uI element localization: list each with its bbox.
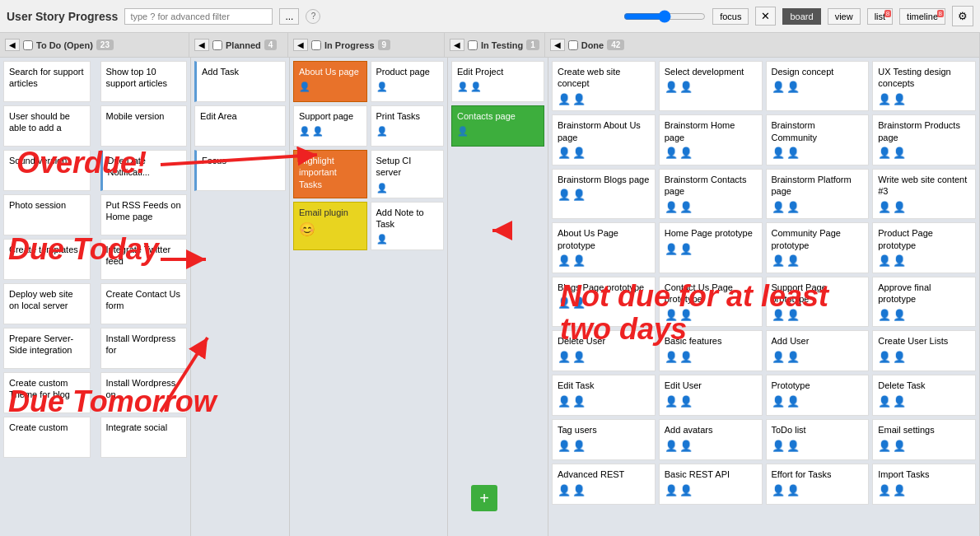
col-header-planned: ◀ Planned 4	[189, 33, 288, 57]
card-install-wp1[interactable]: Install Wordpress for	[100, 328, 188, 369]
done-card-27[interactable]: Delete Task👤👤	[872, 375, 976, 416]
card-integrate-social[interactable]: Integrate social	[100, 417, 188, 458]
done-card-11[interactable]: Write web site content #3👤👤	[872, 169, 976, 219]
card-rss-feeds[interactable]: Put RSS Feeds on Home page	[100, 194, 188, 235]
col-done-prev[interactable]: ◀	[550, 39, 565, 51]
card-create-templates[interactable]: Create templates	[3, 239, 91, 280]
card-create-custom[interactable]: Create custom	[3, 417, 91, 458]
done-card-34[interactable]: Effort for Tasks👤👤	[766, 464, 870, 505]
done-card-14[interactable]: Community Page prototype👤👤	[766, 222, 870, 273]
add-item-button[interactable]: +	[471, 485, 497, 511]
done-card-2[interactable]: Design concept👤👤	[766, 61, 870, 111]
col-header-inprogress: ◀ In Progress 9	[288, 33, 445, 57]
done-card-10[interactable]: Brainstorm Platform page👤👤	[766, 169, 870, 219]
done-card-26[interactable]: Prototype👤👤	[766, 375, 870, 416]
card-prepare-server[interactable]: Prepare Server-Side integration	[3, 328, 91, 369]
card-mobile-version[interactable]: Mobile version	[100, 105, 188, 147]
done-card-16[interactable]: Blogs Page prototype👤👤	[552, 277, 656, 327]
done-card-0[interactable]: Create web site concept👤👤	[552, 61, 656, 111]
card-product-page[interactable]: Product page 👤	[371, 61, 445, 102]
col-inprogress-label: In Progress	[324, 40, 375, 50]
done-card-15[interactable]: Product Page prototype👤👤	[872, 222, 976, 273]
col-todo-checkbox[interactable]	[23, 40, 33, 50]
card-support-page-prog[interactable]: Support page 👤👤	[293, 105, 367, 147]
card-edit-project[interactable]: Edit Project 👤👤	[451, 61, 544, 102]
card-sound-version[interactable]: Sound version	[3, 150, 91, 191]
col-planned-prev[interactable]: ◀	[194, 39, 209, 51]
done-card-6[interactable]: Brainstorm Community👤👤	[766, 114, 870, 165]
done-card-21[interactable]: Basic features👤👤	[659, 330, 763, 371]
done-card-25[interactable]: Edit User👤👤	[659, 375, 763, 416]
column-planned: Add Task Edit Area Focus	[191, 58, 290, 536]
done-card-22[interactable]: Add User👤👤	[766, 330, 870, 371]
card-edit-area[interactable]: Edit Area	[194, 105, 286, 147]
focus-button[interactable]: focus	[712, 8, 749, 25]
card-install-wp2[interactable]: Install Wordpress on	[100, 372, 188, 413]
done-card-30[interactable]: ToDo list👤👤	[766, 419, 870, 460]
col-inprogress-count: 9	[378, 40, 391, 50]
card-photo-session[interactable]: Photo session	[3, 194, 91, 235]
done-card-5[interactable]: Brainstorm Home page👤👤	[659, 114, 763, 165]
col-intesting-count: 1	[526, 40, 539, 50]
col-todo-prev[interactable]: ◀	[5, 39, 20, 51]
done-card-32[interactable]: Advanced REST👤👤	[552, 464, 656, 505]
card-custom-theme[interactable]: Create custom Theme for blog	[3, 372, 91, 413]
done-card-23[interactable]: Create User Lists👤👤	[872, 330, 976, 371]
col-intesting-label: In Testing	[481, 40, 523, 50]
done-card-33[interactable]: Basic REST API👤👤	[659, 464, 763, 505]
done-card-12[interactable]: About Us Page prototype👤👤	[552, 222, 656, 273]
col-inprogress-checkbox[interactable]	[311, 40, 321, 50]
done-card-3[interactable]: UX Testing design concepts👤👤	[872, 61, 976, 111]
done-card-18[interactable]: Support Page prototype👤👤	[766, 277, 870, 327]
col-intesting-prev[interactable]: ◀	[450, 39, 464, 51]
done-card-13[interactable]: Home Page prototype👤👤	[659, 222, 763, 273]
card-due-date[interactable]: Due Date Notificati...	[100, 150, 188, 191]
card-deploy-web[interactable]: Deploy web site on local server	[3, 283, 91, 324]
close-button[interactable]: ✕	[755, 7, 776, 26]
done-card-28[interactable]: Tag users👤👤	[552, 419, 656, 460]
done-card-7[interactable]: Brainstorm Products page👤👤	[872, 114, 976, 165]
filter-input[interactable]	[124, 8, 273, 25]
app-header: User Story Progress ... ? focus ✕ board …	[0, 0, 980, 33]
card-add-note[interactable]: Add Note to Task 👤	[371, 202, 445, 250]
card-search-support[interactable]: Search for support articles	[3, 61, 91, 102]
done-card-1[interactable]: Select development👤👤	[659, 61, 763, 111]
done-card-4[interactable]: Brainstorm About Us page👤👤	[552, 114, 656, 165]
card-show-top10[interactable]: Show top 10 support articles	[100, 61, 188, 102]
col-intesting-checkbox[interactable]	[468, 40, 478, 50]
done-card-9[interactable]: Brainstorm Contacts page👤👤	[659, 169, 763, 219]
card-highlight-tasks[interactable]: Highlight important Tasks	[293, 150, 367, 198]
filter-dots-button[interactable]: ...	[279, 8, 299, 25]
card-print-tasks[interactable]: Print Tasks 👤	[371, 105, 445, 147]
col-done-checkbox[interactable]	[568, 40, 578, 50]
board-button[interactable]: board	[782, 8, 820, 25]
view-button[interactable]: view	[828, 8, 861, 25]
done-card-8[interactable]: Brainstorm Blogs page👤👤	[552, 169, 656, 219]
card-twitter-feed[interactable]: Integrate Twitter feed	[100, 239, 188, 280]
done-card-29[interactable]: Add avatars👤👤	[659, 419, 763, 460]
done-card-19[interactable]: Approve final prototype👤👤	[872, 277, 976, 327]
filter-help-button[interactable]: ?	[306, 9, 320, 24]
card-setup-ci[interactable]: Setup CI server 👤	[371, 150, 445, 198]
col-header-intesting: ◀ In Testing 1	[445, 33, 545, 57]
done-card-31[interactable]: Email settings👤👤	[872, 419, 976, 460]
done-card-35[interactable]: Import Tasks👤👤	[872, 464, 976, 505]
col-planned-checkbox[interactable]	[212, 40, 222, 50]
done-card-20[interactable]: Delete User👤👤	[552, 330, 656, 371]
card-focus[interactable]: Focus	[194, 150, 286, 191]
zoom-slider[interactable]	[623, 10, 706, 23]
card-contact-form[interactable]: Create Contact Us form	[100, 283, 188, 324]
card-email-plugin[interactable]: Email plugin 😊	[293, 202, 367, 250]
col-inprogress-prev[interactable]: ◀	[293, 39, 308, 51]
card-contacts-page[interactable]: Contacts page 👤	[451, 105, 544, 147]
card-about-us[interactable]: About Us page 👤	[293, 61, 367, 102]
timeline-button[interactable]: timeline 8	[899, 8, 945, 25]
settings-button[interactable]: ⚙	[952, 6, 973, 26]
list-button[interactable]: list 8	[867, 8, 893, 25]
card-user-add[interactable]: User should be able to add a	[3, 105, 91, 147]
col-header-todo: ◀ To Do (Open) 23	[0, 33, 189, 57]
done-card-24[interactable]: Edit Task👤👤	[552, 375, 656, 416]
done-card-17[interactable]: Contact Us Page prototype👤👤	[659, 277, 763, 327]
column-todo: Search for support articles User should …	[0, 58, 191, 536]
card-add-task[interactable]: Add Task	[194, 61, 286, 102]
